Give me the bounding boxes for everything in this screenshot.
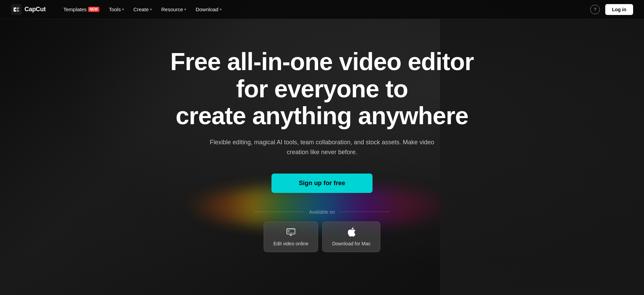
nav-item-templates[interactable]: Templates New — [59, 4, 103, 15]
hero-section: Free all‑in‑one video editor for everyon… — [0, 0, 644, 295]
nav-item-resource[interactable]: Resource ▾ — [157, 4, 190, 15]
templates-new-badge: New — [88, 7, 99, 12]
download-chevron-icon: ▾ — [220, 7, 221, 11]
nav-item-download[interactable]: Download ▾ — [192, 4, 226, 15]
nav-tools-label: Tools — [109, 6, 121, 12]
svg-rect-2 — [287, 229, 295, 230]
nav-resource-label: Resource — [161, 6, 183, 12]
login-button[interactable]: Log in — [605, 4, 633, 15]
capcut-logo-icon — [11, 4, 22, 15]
logo-text: CapCut — [24, 6, 46, 13]
hero-subtitle: Flexible editing, magical AI tools, team… — [203, 137, 441, 157]
hero-title: Free all‑in‑one video editor for everyon… — [159, 48, 485, 129]
nav-create-label: Create — [133, 6, 149, 12]
apple-icon — [347, 227, 356, 238]
help-button[interactable]: ? — [590, 5, 600, 14]
nav-items: Templates New Tools ▾ Create ▾ Resource … — [59, 4, 590, 15]
available-label: Available on — [254, 209, 390, 215]
nav-item-create[interactable]: Create ▾ — [129, 4, 156, 15]
nav-item-tools[interactable]: Tools ▾ — [105, 4, 128, 15]
edit-online-button[interactable]: Edit video online — [264, 222, 318, 252]
nav-templates-label: Templates — [63, 6, 86, 12]
navbar: CapCut Templates New Tools ▾ Create ▾ Re… — [0, 0, 644, 19]
platform-buttons: Edit video online Download for Mac — [264, 222, 381, 252]
hero-content: Free all‑in‑one video editor for everyon… — [152, 48, 492, 260]
svg-rect-0 — [11, 4, 22, 15]
nav-download-label: Download — [196, 6, 218, 12]
signup-button[interactable]: Sign up for free — [271, 174, 372, 193]
logo[interactable]: CapCut — [11, 4, 46, 15]
svg-rect-3 — [287, 230, 290, 232]
tools-chevron-icon: ▾ — [122, 7, 124, 11]
help-icon-symbol: ? — [594, 7, 596, 12]
create-chevron-icon: ▾ — [150, 7, 152, 11]
download-mac-label: Download for Mac — [332, 241, 370, 246]
available-on-section: Available on Edit vi — [159, 209, 485, 252]
svg-rect-4 — [287, 232, 294, 233]
resource-chevron-icon: ▾ — [184, 7, 186, 11]
online-editor-label: Edit video online — [274, 241, 309, 246]
nav-right: ? Log in — [590, 4, 633, 15]
online-editor-icon — [286, 227, 296, 238]
download-mac-button[interactable]: Download for Mac — [322, 222, 380, 252]
